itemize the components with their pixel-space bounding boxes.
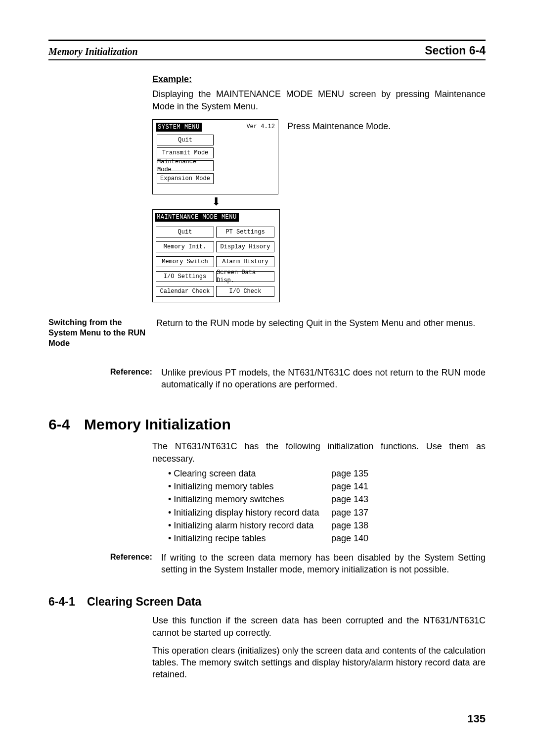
section-6-4-1-title: Clearing Screen Data <box>87 594 201 610</box>
bullet-text: Clearing screen data <box>168 468 331 479</box>
bullet-text: Initializing recipe tables <box>168 532 331 544</box>
header-left: Memory Initialization <box>48 45 138 58</box>
mm-btn-display-history[interactable]: Display Hisory <box>216 241 274 252</box>
list-item: Initializing memory switches page 143 <box>168 493 486 505</box>
sm-btn-quit[interactable]: Quit <box>157 135 214 145</box>
bullet-page: page 135 <box>331 468 368 479</box>
bullet-text: Initializing alarm history record data <box>168 520 331 531</box>
list-item: Initializing recipe tables page 140 <box>168 532 486 544</box>
system-menu-version: Ver 4.12 <box>246 123 275 132</box>
section-6-4-1-body: Use this function if the screen data has… <box>152 614 486 680</box>
sm-btn-maintenance[interactable]: Maintenance Mode <box>157 160 214 171</box>
arrow-down-icon: ⬇ <box>212 196 486 207</box>
reference2-body: If writing to the screen data memory has… <box>161 552 486 576</box>
page-number: 135 <box>467 711 486 726</box>
bullet-text: Initializing display history record data <box>168 507 331 519</box>
screenshot-group: SYSTEM MENU Ver 4.12 Quit Transmit Mode … <box>152 119 486 302</box>
section-6-4-1-p1: Use this function if the screen data has… <box>152 614 486 639</box>
bullet-page: page 138 <box>331 520 368 531</box>
example-heading: Example: <box>152 73 486 85</box>
list-item: Initializing memory tables page 141 <box>168 480 486 492</box>
bullet-text: Initializing memory tables <box>168 480 331 492</box>
section-6-4-number: 6-4 <box>48 415 84 435</box>
reference1-label: Reference: <box>48 367 161 377</box>
mm-btn-alarm-history[interactable]: Alarm History <box>216 256 274 267</box>
mm-btn-io-check[interactable]: I/O Check <box>216 286 274 297</box>
running-header: Memory Initialization Section 6-4 <box>48 43 486 60</box>
mm-btn-pt-settings[interactable]: PT Settings <box>216 227 274 237</box>
system-menu-screen: SYSTEM MENU Ver 4.12 Quit Transmit Mode … <box>152 119 278 194</box>
init-functions-list: Clearing screen data page 135 Initializi… <box>168 468 486 545</box>
mm-btn-memory-switch[interactable]: Memory Switch <box>156 256 214 267</box>
maint-menu-title: MAINTENANCE MODE MENU <box>155 213 239 222</box>
section-6-4-title: Memory Initialization <box>84 415 231 435</box>
bullet-text: Initializing memory switches <box>168 493 331 505</box>
mm-btn-screen-data-disp[interactable]: Screen Data Disp. <box>216 271 274 282</box>
section-6-4-heading: 6-4 Memory Initialization <box>48 415 486 435</box>
bullet-page: page 143 <box>331 493 368 505</box>
section-6-4-1-p2: This operation clears (initializes) only… <box>152 645 486 681</box>
maintenance-menu-screen: MAINTENANCE MODE MENU Quit PT Settings M… <box>152 209 280 302</box>
top-rule <box>48 40 486 41</box>
bullet-page: page 137 <box>331 507 368 519</box>
list-item: Initializing alarm history record data p… <box>168 520 486 531</box>
mm-btn-io-settings[interactable]: I/O Settings <box>156 271 214 282</box>
mm-btn-quit[interactable]: Quit <box>156 227 214 237</box>
switching-body: Return to the RUN mode by selecting Quit… <box>156 317 486 329</box>
mm-btn-memory-init[interactable]: Memory Init. <box>156 241 214 252</box>
list-item: Initializing display history record data… <box>168 507 486 519</box>
bullet-page: page 141 <box>331 480 368 492</box>
switching-label: Switching from the System Menu to the RU… <box>48 317 156 348</box>
system-menu-title: SYSTEM MENU <box>156 123 202 132</box>
reference1-body: Unlike previous PT models, the NT631/NT6… <box>161 367 486 391</box>
list-item: Clearing screen data page 135 <box>168 468 486 479</box>
section-6-4-1-heading: 6-4-1 Clearing Screen Data <box>48 594 486 610</box>
press-instruction: Press Maintenance Mode. <box>287 120 391 132</box>
reference2-label: Reference: <box>48 552 161 562</box>
section-6-4-1-number: 6-4-1 <box>48 594 87 610</box>
sm-btn-transmit[interactable]: Transmit Mode <box>157 147 214 158</box>
example-body: Displaying the MAINTENANCE MODE MENU scr… <box>152 88 486 112</box>
mm-btn-calendar-check[interactable]: Calendar Check <box>156 286 214 297</box>
bullet-page: page 140 <box>331 532 368 544</box>
header-right: Section 6-4 <box>425 43 486 58</box>
sm-btn-expansion[interactable]: Expansion Mode <box>157 173 214 184</box>
section-6-4-intro: The NT631/NT631C has the following initi… <box>152 440 486 465</box>
